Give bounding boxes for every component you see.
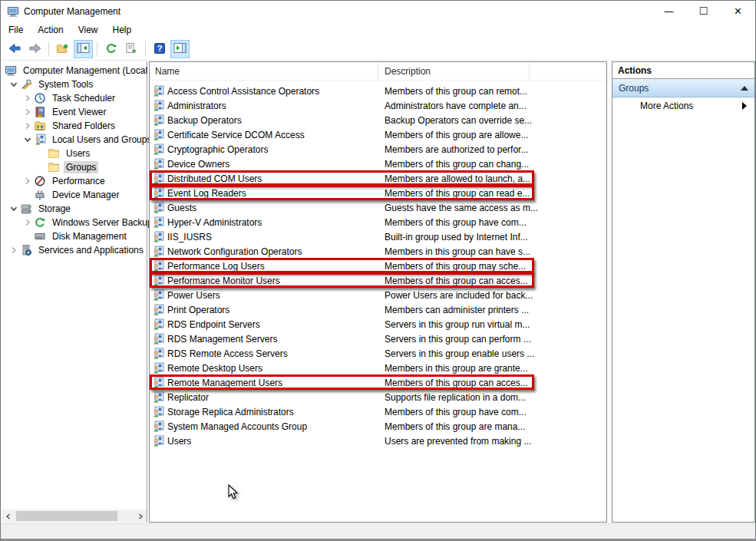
group-name: Distributed COM Users	[167, 173, 262, 184]
group-row-hyper-v-administrators[interactable]: Hyper-V AdministratorsMembers of this gr…	[150, 215, 606, 229]
tree-item-users[interactable]: Users	[2, 147, 147, 160]
scrollbar-left-arrow-icon[interactable]	[2, 510, 15, 523]
group-name: Remote Desktop Users	[167, 363, 262, 374]
show-action-pane-icon	[173, 42, 187, 56]
group-description: Members of this group can chang...	[378, 159, 601, 170]
group-name-cell: Replicator	[150, 391, 378, 404]
show-console-tree-button[interactable]	[74, 40, 93, 58]
tree-item-performance[interactable]: Performance	[2, 174, 147, 188]
forward-arrow-button[interactable]	[25, 40, 45, 58]
tree-item-event-viewer[interactable]: Event Viewer	[2, 105, 147, 119]
minimize-button[interactable]: —	[652, 1, 686, 21]
chevron-right-icon[interactable]	[22, 176, 34, 186]
computer-icon	[5, 64, 17, 77]
group-row-event-log-readers[interactable]: Event Log ReadersMembers of this group c…	[150, 186, 606, 200]
up-folder-button[interactable]	[53, 40, 72, 58]
close-button[interactable]: ✕	[721, 1, 755, 21]
chevron-right-icon[interactable]	[22, 217, 34, 228]
tree-item-local-users-and-groups[interactable]: Local Users and Groups	[2, 133, 147, 147]
server-backup-icon	[34, 216, 46, 229]
show-action-pane-button[interactable]	[170, 40, 190, 58]
chevron-right-icon[interactable]	[22, 93, 34, 104]
group-icon	[152, 304, 164, 316]
column-header-description[interactable]: Description	[378, 64, 530, 79]
group-name-cell: Network Configuration Operators	[150, 246, 378, 258]
tree-item-windows-server-backup[interactable]: Windows Server Backup	[2, 216, 147, 229]
group-row-system-managed-accounts-group[interactable]: System Managed Accounts GroupMembers of …	[150, 419, 606, 434]
column-header-name[interactable]: Name	[150, 64, 378, 79]
group-row-performance-monitor-users[interactable]: Performance Monitor UsersMembers of this…	[150, 273, 606, 288]
menu-view[interactable]: View	[71, 22, 105, 38]
tree-item-task-scheduler[interactable]: Task Scheduler	[2, 91, 147, 105]
tree-item-device-manager[interactable]: Device Manager	[2, 188, 147, 202]
group-row-iis-iusrs[interactable]: IIS_IUSRSBuilt-in group used by Internet…	[150, 229, 606, 244]
chevron-right-icon[interactable]	[22, 107, 34, 117]
menu-help[interactable]: Help	[106, 22, 139, 38]
group-row-certificate-service-dcom-access[interactable]: Certificate Service DCOM AccessMembers o…	[150, 127, 606, 142]
actions-pane-title: Actions	[612, 62, 754, 79]
group-row-device-owners[interactable]: Device OwnersMembers of this group can c…	[150, 157, 606, 171]
group-row-administrators[interactable]: AdministratorsAdministrators have comple…	[150, 98, 606, 113]
group-name-cell: Storage Replica Administrators	[150, 406, 378, 418]
refresh-icon	[105, 42, 117, 57]
group-name-cell: Guests	[150, 202, 378, 214]
group-row-users[interactable]: UsersUsers are prevented from making ...	[150, 434, 606, 448]
group-row-distributed-com-users[interactable]: Distributed COM UsersMembers are allowed…	[150, 171, 606, 186]
export-list-button[interactable]	[122, 40, 141, 58]
tree-item-storage[interactable]: Storage	[2, 202, 147, 216]
group-row-print-operators[interactable]: Print OperatorsMembers can administer pr…	[150, 302, 606, 317]
group-row-network-configuration-operators[interactable]: Network Configuration OperatorsMembers i…	[150, 244, 606, 259]
tree-item-label: Device Manager	[50, 189, 121, 201]
window-controls: — ☐ ✕	[652, 1, 755, 21]
console-tree: Computer Management (LocalSystem ToolsTa…	[2, 64, 147, 257]
toolbar-separator	[97, 41, 97, 57]
group-row-access-control-assistance-operators[interactable]: Access Control Assistance OperatorsMembe…	[150, 84, 606, 98]
group-row-rds-endpoint-servers[interactable]: RDS Endpoint ServersServers in this grou…	[150, 317, 606, 332]
tree-item-disk-management[interactable]: Disk Management	[2, 229, 147, 243]
group-row-storage-replica-administrators[interactable]: Storage Replica AdministratorsMembers of…	[150, 404, 606, 419]
tree-item-computer-management-local[interactable]: Computer Management (Local	[2, 64, 147, 78]
group-row-performance-log-users[interactable]: Performance Log UsersMembers of this gro…	[150, 259, 606, 273]
group-name: Storage Replica Administrators	[167, 407, 294, 417]
group-row-replicator[interactable]: ReplicatorSupports file replication in a…	[150, 390, 606, 404]
group-row-cryptographic-operators[interactable]: Cryptographic OperatorsMembers are autho…	[150, 142, 606, 157]
tree-horizontal-scrollbar[interactable]	[2, 510, 147, 523]
group-row-power-users[interactable]: Power UsersPower Users are included for …	[150, 288, 606, 302]
group-row-rds-remote-access-servers[interactable]: RDS Remote Access ServersServers in this…	[150, 346, 606, 361]
group-row-guests[interactable]: GuestsGuests have the same access as m..…	[150, 200, 606, 215]
folder-icon	[48, 161, 60, 173]
more-actions-item[interactable]: More Actions	[612, 97, 754, 114]
scrollbar-right-arrow-icon[interactable]	[134, 510, 147, 523]
tree-item-groups[interactable]: Groups	[2, 160, 147, 174]
group-name-cell: RDS Management Servers	[150, 333, 378, 345]
help-button[interactable]: ?	[150, 40, 169, 58]
chevron-right-icon[interactable]	[22, 120, 34, 131]
actions-group-header[interactable]: Groups	[612, 79, 754, 97]
chevron-down-icon[interactable]	[22, 134, 34, 145]
tree-item-label: Groups	[64, 161, 98, 173]
content-area: Computer Management (LocalSystem ToolsTa…	[1, 61, 756, 523]
menu-file[interactable]: File	[2, 22, 30, 38]
group-icon	[152, 348, 164, 360]
group-icon	[152, 173, 164, 185]
scrollbar-thumb[interactable]	[16, 511, 117, 521]
disk-management-icon	[34, 230, 46, 242]
collapse-section-icon[interactable]	[741, 86, 748, 91]
tree-item-system-tools[interactable]: System Tools	[2, 78, 147, 91]
chevron-down-icon[interactable]	[8, 79, 20, 90]
group-row-backup-operators[interactable]: Backup OperatorsBackup Operators can ove…	[150, 113, 606, 127]
tree-item-shared-folders[interactable]: Shared Folders	[2, 119, 147, 133]
group-row-remote-desktop-users[interactable]: Remote Desktop UsersMembers in this grou…	[150, 361, 606, 375]
menu-action[interactable]: Action	[31, 22, 70, 38]
group-description: Members of this group are mana...	[378, 421, 601, 432]
chevron-right-icon[interactable]	[8, 245, 20, 256]
tree-item-services-and-applications[interactable]: Services and Applications	[2, 243, 147, 257]
group-row-remote-management-users[interactable]: Remote Management UsersMembers of this g…	[150, 375, 606, 390]
group-icon	[152, 202, 164, 214]
refresh-button[interactable]	[101, 40, 120, 58]
chevron-down-icon[interactable]	[8, 203, 20, 214]
maximize-button[interactable]: ☐	[686, 1, 721, 21]
back-arrow-button[interactable]	[5, 40, 24, 58]
tree-item-label: Computer Management (Local	[21, 64, 150, 77]
group-row-rds-management-servers[interactable]: RDS Management ServersServers in this gr…	[150, 332, 606, 346]
